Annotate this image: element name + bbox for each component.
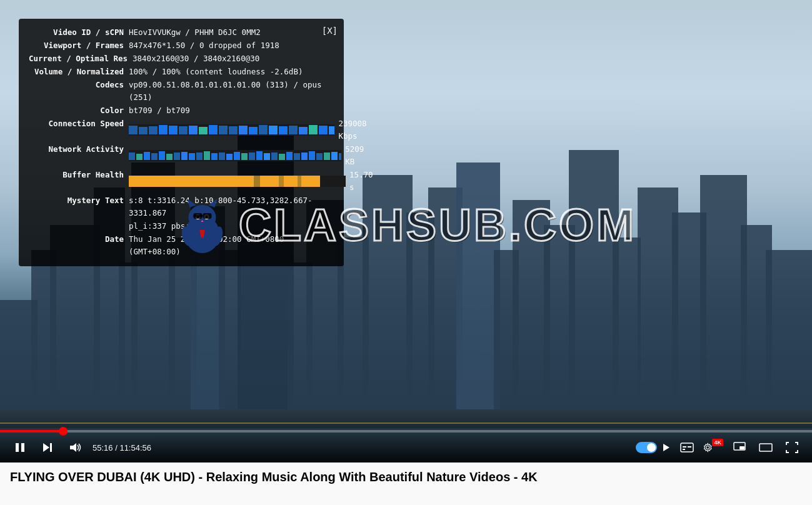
svg-marker-59 (187, 199, 196, 208)
stats-value-color: bt709 / bt709 (129, 104, 334, 117)
stats-label-network: Network Activity (29, 143, 129, 156)
svg-rect-45 (301, 152, 308, 160)
stats-row-network: Network Activity (29, 143, 334, 168)
svg-rect-53 (254, 176, 260, 187)
svg-rect-7 (199, 127, 208, 134)
theater-button[interactable] (756, 438, 776, 458)
next-button[interactable] (38, 438, 58, 458)
stats-value-viewport: 847x476*1.50 / 0 dropped of 1918 (129, 39, 334, 52)
svg-rect-24 (144, 152, 150, 160)
stats-value-volume: 100% / 100% (content loudness -2.6dB) (129, 66, 334, 78)
svg-rect-12 (249, 127, 258, 134)
svg-rect-46 (309, 151, 315, 160)
svg-rect-81 (683, 449, 685, 450)
stats-value-buffer: 15.70 s (129, 169, 381, 194)
svg-rect-9 (219, 126, 228, 134)
stats-label-videoid: Video ID / sCPN (29, 26, 129, 39)
road-line (0, 422, 812, 424)
svg-rect-10 (229, 126, 238, 134)
volume-button[interactable] (65, 438, 85, 458)
svg-rect-8 (209, 125, 218, 134)
svg-rect-37 (241, 153, 248, 160)
svg-rect-29 (181, 152, 188, 160)
svg-rect-40 (264, 153, 270, 160)
svg-rect-14 (269, 126, 278, 134)
svg-rect-4 (169, 126, 178, 134)
fullscreen-button[interactable] (782, 438, 802, 458)
svg-rect-42 (279, 154, 285, 160)
miniplayer-button[interactable] (729, 438, 749, 458)
pause-button[interactable] (10, 438, 30, 458)
svg-marker-76 (70, 443, 76, 452)
stats-row-connection-speed: Connection Speed (29, 118, 334, 142)
svg-rect-47 (316, 153, 323, 160)
next-icon (42, 442, 53, 453)
volume-icon (69, 442, 81, 453)
svg-rect-25 (151, 153, 158, 160)
svg-rect-73 (21, 443, 24, 452)
svg-rect-19 (319, 126, 328, 134)
autoplay-toggle[interactable] (636, 442, 671, 453)
svg-rect-56 (323, 176, 325, 187)
svg-rect-41 (271, 152, 278, 160)
stats-close-button[interactable]: [X] (322, 24, 338, 38)
svg-rect-33 (211, 153, 218, 160)
time-display: 55:16 / 11:54:56 (93, 443, 151, 452)
svg-rect-48 (324, 152, 330, 160)
svg-rect-17 (299, 127, 308, 134)
svg-rect-5 (179, 126, 188, 134)
svg-point-82 (706, 446, 709, 449)
svg-rect-6 (189, 126, 198, 134)
svg-rect-79 (683, 446, 686, 448)
stats-row-videoid: Video ID / sCPN HEovIVVUKgw / PHHM D6JC … (29, 26, 334, 39)
svg-rect-31 (196, 152, 203, 160)
svg-rect-18 (309, 125, 318, 134)
svg-rect-54 (279, 176, 284, 187)
svg-rect-30 (189, 153, 195, 160)
svg-rect-50 (339, 153, 341, 160)
svg-rect-0 (129, 126, 138, 134)
stats-label-mystery: Mystery Text (29, 194, 129, 207)
svg-rect-66 (203, 213, 211, 219)
svg-rect-39 (256, 151, 263, 160)
ground (0, 409, 812, 428)
connection-speed-chart (129, 124, 334, 136)
svg-rect-34 (219, 152, 225, 160)
svg-rect-38 (249, 152, 255, 160)
current-time: 55:16 (93, 443, 113, 452)
svg-rect-75 (50, 443, 52, 452)
svg-rect-52 (129, 176, 320, 187)
controls-bar: 55:16 / 11:54:56 (0, 432, 812, 462)
page-wrapper: [X] Video ID / sCPN HEovIVVUKgw / PHHM D… (0, 0, 812, 487)
subtitles-icon (680, 442, 694, 453)
stats-value-videoid: HEovIVVUKgw / PHHM D6JC 0MM2 (129, 26, 334, 39)
stats-value-network: 5209 KB (129, 143, 376, 168)
svg-rect-43 (286, 152, 293, 160)
stats-value-connection-speed: 239008 Kbps (129, 118, 386, 142)
building (700, 175, 747, 425)
miniplayer-icon (733, 442, 746, 453)
svg-rect-72 (16, 443, 19, 452)
controls-right: 4K (636, 438, 802, 458)
svg-rect-44 (294, 153, 300, 160)
connection-speed-bar-container (129, 124, 334, 136)
svg-rect-22 (129, 152, 135, 160)
stats-label-date: Date (29, 233, 129, 246)
video-player: [X] Video ID / sCPN HEovIVVUKgw / PHHM D… (0, 0, 812, 462)
pause-icon (14, 442, 26, 453)
svg-rect-15 (279, 126, 288, 134)
svg-rect-26 (159, 151, 165, 160)
svg-marker-74 (43, 443, 49, 452)
svg-rect-28 (174, 152, 180, 160)
svg-rect-85 (759, 444, 772, 451)
buffer-bar-container (129, 176, 346, 187)
stats-row-viewport: Viewport / Frames 847x476*1.50 / 0 dropp… (29, 39, 334, 52)
network-bar-container (129, 150, 341, 161)
theater-icon (759, 442, 773, 453)
stats-row-buffer: Buffer Health 15.70 s (29, 169, 334, 194)
subtitles-button[interactable] (677, 438, 697, 458)
stats-label-color: Color (29, 104, 129, 117)
total-time: 11:54:56 (119, 443, 151, 452)
svg-point-58 (188, 205, 216, 230)
settings-button[interactable]: 4K (703, 438, 723, 458)
